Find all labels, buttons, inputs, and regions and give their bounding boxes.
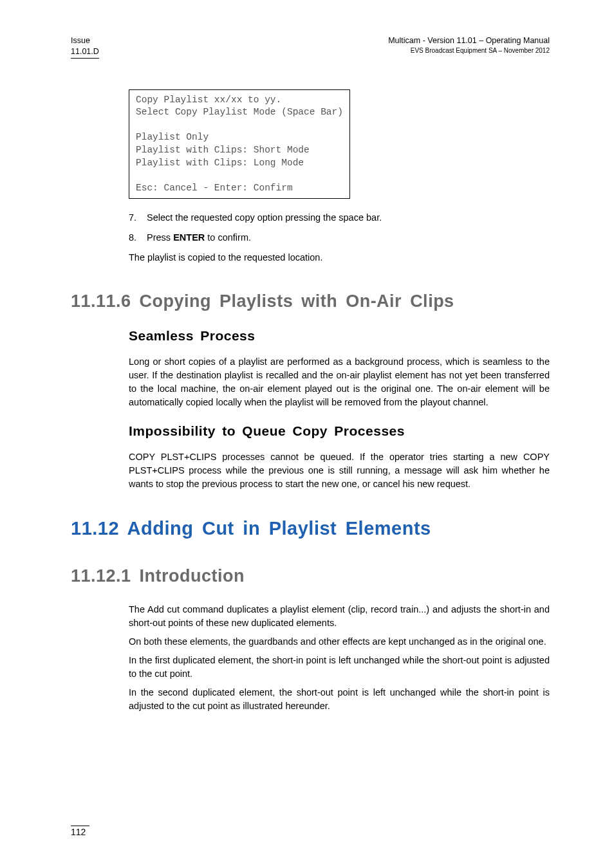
manual-subtitle: EVS Broadcast Equipment SA – November 20…: [388, 46, 550, 55]
intro-p4: In the second duplicated element, the sh…: [129, 686, 550, 713]
page-number: 112: [71, 826, 89, 837]
dialog-box: Copy Playlist xx/xx to yy. Select Copy P…: [129, 89, 350, 199]
step-8: 8. Press ENTER to confirm.: [129, 230, 550, 245]
heading-seamless: Seamless Process: [129, 328, 550, 344]
header-right: Multicam - Version 11.01 – Operating Man…: [388, 35, 550, 55]
step-7-text: Select the requested copy option pressin…: [147, 212, 382, 223]
heading-row-11-12: 11.12 Adding Cut in Playlist Elements: [71, 518, 550, 539]
heading-impossibility: Impossibility to Queue Copy Processes: [129, 423, 550, 439]
step-8-number: 8.: [129, 230, 144, 245]
code-line-4: Playlist Only: [136, 132, 209, 142]
step-7: 7. Select the requested copy option pres…: [129, 210, 550, 225]
step-7-number: 7.: [129, 210, 144, 225]
copied-line: The playlist is copied to the requested …: [129, 251, 550, 264]
heading-11-12-1: 11.12.1 Introduction: [71, 566, 550, 586]
heading-row-11-12-1: 11.12.1 Introduction: [71, 566, 550, 586]
code-line-5: Playlist with Clips: Short Mode: [136, 145, 310, 155]
impossibility-paragraph: COPY PLST+CLIPS processes cannot be queu…: [129, 450, 550, 491]
issue-block: Issue 11.01.D: [71, 35, 99, 59]
issue-value: 11.01.D: [71, 47, 99, 56]
code-line-6: Playlist with Clips: Long Mode: [136, 158, 304, 168]
code-line-1: Copy Playlist xx/xx to yy.: [136, 95, 281, 105]
intro-p3: In the first duplicated element, the sho…: [129, 654, 550, 681]
intro-p1: The Add cut command duplicates a playlis…: [129, 603, 550, 630]
heading-11-12: 11.12 Adding Cut in Playlist Elements: [71, 518, 550, 539]
seamless-section: Seamless Process Long or short copies of…: [129, 328, 550, 491]
page: Issue 11.01.D Multicam - Version 11.01 –…: [0, 0, 614, 868]
code-line-2: Select Copy Playlist Mode (Space Bar): [136, 107, 343, 117]
step-8-key: ENTER: [173, 232, 205, 243]
issue-label: Issue: [71, 36, 90, 45]
content-area: Copy Playlist xx/xx to yy. Select Copy P…: [129, 89, 550, 264]
intro-section: The Add cut command duplicates a playlis…: [129, 603, 550, 713]
manual-title: Multicam - Version 11.01 – Operating Man…: [388, 35, 550, 46]
page-header: Issue 11.01.D Multicam - Version 11.01 –…: [71, 35, 550, 59]
seamless-paragraph: Long or short copies of a playlist are p…: [129, 355, 550, 409]
heading-row-11-11-6: 11.11.6 Copying Playlists with On-Air Cl…: [71, 291, 550, 311]
code-line-8: Esc: Cancel - Enter: Confirm: [136, 183, 293, 193]
intro-p2: On both these elements, the guardbands a…: [129, 635, 550, 649]
step-8-post: to confirm.: [205, 232, 251, 243]
heading-11-11-6: 11.11.6 Copying Playlists with On-Air Cl…: [71, 291, 550, 311]
step-8-pre: Press: [147, 232, 173, 243]
header-left: Issue 11.01.D: [71, 35, 99, 59]
